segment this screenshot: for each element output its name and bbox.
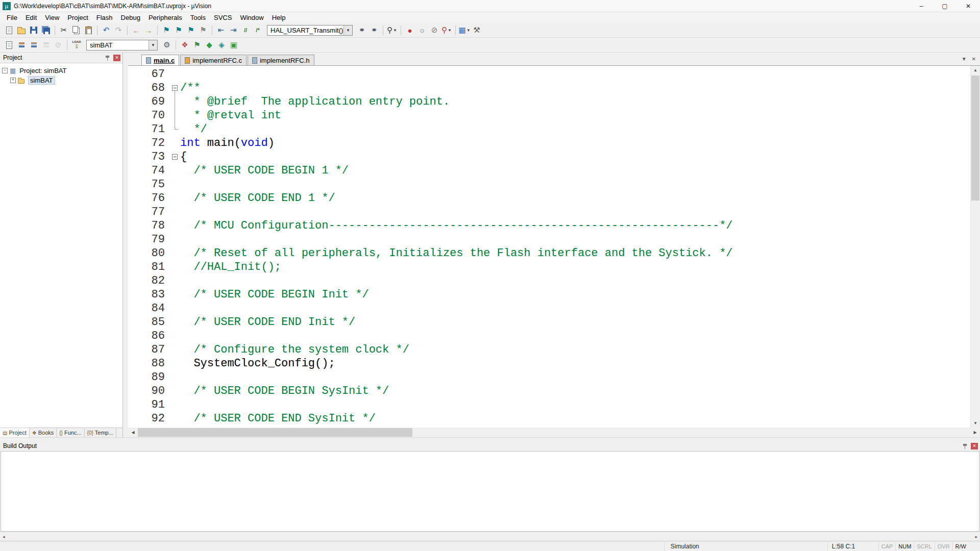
horizontal-scrollbar-track[interactable] bbox=[138, 428, 970, 437]
stop-build-icon[interactable]: ⊘ bbox=[52, 39, 64, 51]
pin-icon[interactable] bbox=[963, 443, 968, 449]
uncomment-selection-icon[interactable]: /* bbox=[252, 24, 264, 36]
menu-flash[interactable]: Flash bbox=[92, 13, 117, 22]
target-combo-dropdown-icon[interactable]: ▼ bbox=[149, 40, 157, 50]
menu-project[interactable]: Project bbox=[63, 13, 92, 22]
target-combo[interactable]: simBAT▼ bbox=[86, 40, 158, 51]
minimize-button[interactable]: – bbox=[910, 0, 933, 12]
incremental-find-icon[interactable]: ⚲▼ bbox=[386, 24, 398, 36]
horizontal-scrollbar[interactable]: ◀ ▶ bbox=[128, 428, 980, 437]
pin-icon[interactable] bbox=[105, 55, 110, 61]
file-extensions-icon[interactable]: ❖ bbox=[179, 39, 191, 51]
menu-svcs[interactable]: SVCS bbox=[210, 13, 236, 22]
panel-tab-project[interactable]: ▤Project bbox=[0, 428, 30, 437]
indent-right-icon[interactable]: ⇥ bbox=[227, 24, 239, 36]
kill-breakpoints-icon[interactable]: ⊘ bbox=[428, 24, 440, 36]
document-tab-implementrfc-c[interactable]: implementRFC.c bbox=[180, 55, 247, 65]
expand-icon[interactable]: + bbox=[10, 78, 16, 83]
open-folder-icon[interactable] bbox=[15, 24, 28, 36]
build-output-splitter[interactable] bbox=[0, 437, 980, 441]
save-all-icon[interactable] bbox=[40, 24, 52, 36]
manage-rte-icon[interactable]: ◆ bbox=[203, 39, 215, 51]
find-icon[interactable]: ⚭ bbox=[368, 24, 380, 36]
function-combo[interactable]: HAL_USART_Transmit()▼ bbox=[267, 25, 353, 36]
nav-back-icon[interactable]: ← bbox=[130, 24, 142, 36]
code-line-67[interactable]: 67 bbox=[128, 67, 970, 81]
code-editor[interactable]: 6768−/**69 * @brief The application entr… bbox=[128, 66, 970, 428]
code-line-69[interactable]: 69 * @brief The application entry point. bbox=[128, 95, 970, 109]
translate-file-icon[interactable] bbox=[3, 39, 15, 51]
maximize-button[interactable]: ▢ bbox=[933, 0, 957, 12]
menu-view[interactable]: View bbox=[41, 13, 63, 22]
tree-item[interactable]: −▦Project: simBAT bbox=[0, 66, 122, 76]
pack-installer-icon[interactable]: ▣ bbox=[228, 39, 240, 51]
rebuild-icon[interactable] bbox=[28, 39, 40, 51]
code-line-84[interactable]: 84 bbox=[128, 302, 970, 315]
new-file-icon[interactable] bbox=[3, 24, 15, 36]
nav-forward-icon[interactable]: → bbox=[142, 24, 155, 36]
menu-tools[interactable]: Tools bbox=[186, 13, 210, 22]
tree-item[interactable]: +simBAT bbox=[0, 76, 122, 85]
fold-collapse-icon[interactable]: − bbox=[172, 85, 178, 91]
build-icon[interactable] bbox=[15, 39, 28, 51]
horizontal-scrollbar-thumb[interactable] bbox=[138, 428, 412, 437]
code-line-91[interactable]: 91 bbox=[128, 398, 970, 412]
code-line-76[interactable]: 76 /* USER CODE END 1 */ bbox=[128, 191, 970, 205]
close-panel-icon[interactable]: ✕ bbox=[113, 55, 120, 61]
dropdown-arrow-icon[interactable]: ▼ bbox=[448, 28, 452, 33]
code-line-90[interactable]: 90 /* USER CODE BEGIN SysInit */ bbox=[128, 384, 970, 398]
scroll-right-icon[interactable]: ▶ bbox=[970, 428, 980, 437]
copy-icon[interactable] bbox=[70, 24, 82, 36]
code-line-86[interactable]: 86 bbox=[128, 329, 970, 343]
code-line-89[interactable]: 89 bbox=[128, 370, 970, 384]
code-line-68[interactable]: 68−/** bbox=[128, 81, 970, 95]
vertical-scrollbar[interactable]: ▲ ▼ bbox=[970, 66, 980, 428]
bookmark-clear-icon[interactable]: ⚑ bbox=[197, 24, 209, 36]
tab-list-dropdown-icon[interactable]: ▼ bbox=[962, 56, 967, 62]
document-tab-main-c[interactable]: main.c bbox=[141, 55, 179, 65]
batch-build-icon[interactable] bbox=[40, 39, 52, 51]
build-output-content[interactable] bbox=[1, 451, 979, 532]
bookmark-toggle-icon[interactable]: ⚑ bbox=[160, 24, 173, 36]
comment-selection-icon[interactable]: // bbox=[239, 24, 252, 36]
books-environment-icon[interactable]: ⚑ bbox=[191, 39, 203, 51]
collapse-icon[interactable]: − bbox=[2, 68, 8, 73]
menu-edit[interactable]: Edit bbox=[21, 13, 41, 22]
panel-tab-books[interactable]: ❖Books bbox=[30, 428, 57, 437]
menu-file[interactable]: File bbox=[3, 13, 21, 22]
code-line-71[interactable]: 71 */ bbox=[128, 122, 970, 136]
menu-debug[interactable]: Debug bbox=[117, 13, 144, 22]
panel-splitter[interactable] bbox=[123, 53, 128, 437]
components-icon[interactable]: ◈ bbox=[215, 39, 228, 51]
enable-breakpoint-icon[interactable]: ○ bbox=[416, 24, 428, 36]
code-line-83[interactable]: 83 /* USER CODE BEGIN Init */ bbox=[128, 288, 970, 302]
bookmark-prev-icon[interactable]: ⚑ bbox=[173, 24, 185, 36]
find-in-files-icon[interactable]: ⚭ bbox=[356, 24, 368, 36]
save-icon[interactable] bbox=[28, 24, 40, 36]
code-line-80[interactable]: 80 /* Reset of all peripherals, Initiali… bbox=[128, 246, 970, 260]
fold-collapse-icon[interactable]: − bbox=[172, 154, 178, 160]
insert-breakpoint-icon[interactable]: ● bbox=[404, 24, 416, 36]
options-for-target-icon[interactable]: ⚙ bbox=[161, 39, 173, 51]
build-output-scrollbar[interactable]: ◂ ▸ bbox=[0, 532, 980, 541]
configure-icon[interactable]: ⚒ bbox=[471, 24, 483, 36]
code-line-79[interactable]: 79 bbox=[128, 233, 970, 246]
indent-left-icon[interactable]: ⇤ bbox=[215, 24, 227, 36]
code-line-92[interactable]: 92 /* USER CODE END SysInit */ bbox=[128, 412, 970, 425]
function-combo-dropdown-icon[interactable]: ▼ bbox=[344, 26, 352, 35]
fold-margin[interactable]: − bbox=[170, 150, 180, 164]
code-line-70[interactable]: 70 * @retval int bbox=[128, 109, 970, 122]
menu-help[interactable]: Help bbox=[268, 13, 290, 22]
bookmark-next-icon[interactable]: ⚑ bbox=[185, 24, 197, 36]
document-tab-implementrfc-h[interactable]: implementRFC.h bbox=[248, 55, 314, 65]
debug-windows-icon[interactable]: ▦▼ bbox=[458, 24, 471, 36]
fold-margin[interactable]: − bbox=[170, 81, 180, 95]
code-line-87[interactable]: 87 /* Configure the system clock */ bbox=[128, 343, 970, 357]
vertical-scrollbar-thumb[interactable] bbox=[971, 76, 979, 201]
code-line-73[interactable]: 73−{ bbox=[128, 150, 970, 164]
debug-session-icon[interactable]: ⚲▼ bbox=[440, 24, 453, 36]
tab-close-icon[interactable]: ✕ bbox=[972, 56, 976, 62]
panel-tab-temp[interactable]: {0}Temp... bbox=[85, 428, 116, 437]
code-line-85[interactable]: 85 /* USER CODE END Init */ bbox=[128, 315, 970, 329]
menu-window[interactable]: Window bbox=[236, 13, 267, 22]
